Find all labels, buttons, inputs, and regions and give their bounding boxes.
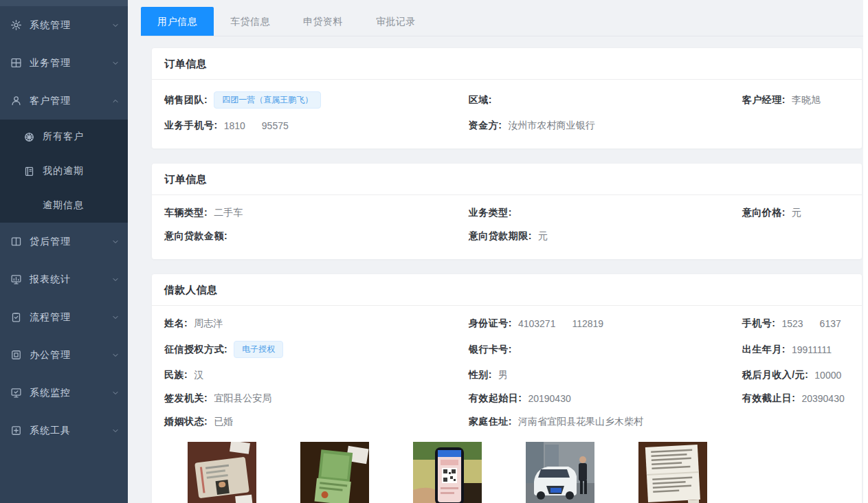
sidebar-item-label: 办公管理 bbox=[30, 349, 111, 361]
tab-car-loan-info[interactable]: 车贷信息 bbox=[214, 7, 287, 36]
detail-tabs: 用户信息 车贷信息 申贷资料 审批记录 bbox=[141, 7, 868, 36]
card-title: 订单信息 bbox=[152, 48, 862, 80]
chevron-up-icon bbox=[111, 97, 120, 105]
field-intent-loan-amount: 意向贷款金额: bbox=[164, 225, 469, 248]
field-marital-status: 婚姻状态: 已婚 bbox=[164, 410, 469, 434]
sidebar-item-label: 系统工具 bbox=[30, 425, 111, 437]
redaction-mask bbox=[245, 121, 262, 131]
toolbox-icon bbox=[10, 425, 22, 436]
field-intent-price: 意向价格: 元 bbox=[742, 201, 848, 225]
sidebar-item-label: 系统管理 bbox=[30, 19, 111, 32]
chevron-down-icon bbox=[111, 238, 120, 246]
field-birth-date: 出生年月: 19911111 bbox=[742, 335, 848, 364]
vertical-scrollbar[interactable] bbox=[863, 0, 868, 503]
clipboard-check-icon bbox=[10, 311, 22, 323]
borrower-info-card: 借款人信息 姓名: 周志洋 身份证号: 4103271 112819 手机号: … bbox=[151, 273, 863, 503]
sidebar-item-system-management[interactable]: 系统管理 bbox=[0, 6, 128, 44]
loan-intent-card: 订单信息 车辆类型: 二手车 业务类型: 意向价格: 元 意向贷款金额: bbox=[151, 163, 863, 260]
field-monthly-income: 税后月收入/元: 10000 bbox=[742, 364, 848, 387]
car-owner-photo[interactable] bbox=[526, 442, 594, 503]
field-valid-from: 有效起始日: 20190430 bbox=[469, 387, 742, 410]
tab-approval-records[interactable]: 审批记录 bbox=[359, 7, 432, 36]
sidebar-item-office-management[interactable]: 办公管理 bbox=[0, 336, 128, 374]
user-icon bbox=[10, 95, 22, 107]
field-vehicle-type: 车辆类型: 二手车 bbox=[164, 201, 469, 225]
notebook-icon bbox=[23, 166, 35, 177]
grid-icon bbox=[10, 57, 22, 69]
field-intent-loan-term: 意向贷款期限: 元 bbox=[469, 225, 742, 248]
sidebar-item-customer-management[interactable]: 客户管理 bbox=[0, 82, 128, 120]
paper-document-photo[interactable] bbox=[638, 442, 707, 503]
tab-user-info[interactable]: 用户信息 bbox=[141, 7, 214, 36]
sidebar: 系统管理 业务管理 客户管理 所有客户 我的逾期 逾期信息 bbox=[0, 0, 128, 503]
order-info-card: 订单信息 销售团队: 四团一营（直属王鹏飞） 区域: 客户经理: 李晓旭 业务手… bbox=[151, 47, 863, 149]
chevron-down-icon bbox=[111, 21, 120, 30]
field-account-manager: 客户经理: 李晓旭 bbox=[742, 86, 848, 114]
sidebar-item-label: 系统监控 bbox=[30, 387, 111, 399]
field-name: 姓名: 周志洋 bbox=[164, 312, 469, 335]
chevron-down-icon bbox=[111, 389, 120, 397]
field-business-type: 业务类型: bbox=[469, 201, 742, 225]
sidebar-item-system-tools[interactable]: 系统工具 bbox=[0, 412, 128, 449]
field-bank-card: 银行卡号: bbox=[469, 335, 742, 364]
chevron-down-icon bbox=[111, 427, 120, 435]
sidebar-item-system-monitor[interactable]: 系统监控 bbox=[0, 374, 128, 412]
customer-management-submenu: 所有客户 我的逾期 逾期信息 bbox=[0, 120, 128, 223]
monitor-check-icon bbox=[10, 387, 22, 399]
sidebar-item-process-management[interactable]: 流程管理 bbox=[0, 298, 128, 336]
field-issuing-authority: 签发机关: 宜阳县公安局 bbox=[164, 387, 469, 410]
sidebar-item-label: 所有客户 bbox=[43, 131, 120, 143]
book-icon bbox=[10, 236, 22, 247]
field-mobile-phone: 手机号: 1523 6137 bbox=[742, 312, 848, 335]
main-content: 用户信息 车贷信息 申贷资料 审批记录 订单信息 销售团队: 四团一营（直属王鹏… bbox=[128, 0, 868, 503]
credit-auth-tag: 电子授权 bbox=[234, 341, 283, 358]
sidebar-item-label: 业务管理 bbox=[30, 57, 111, 69]
chevron-down-icon bbox=[111, 313, 120, 322]
field-business-phone: 业务手机号: 1810 95575 bbox=[164, 114, 469, 137]
sidebar-item-label: 我的逾期 bbox=[43, 165, 120, 177]
field-gender: 性别: 男 bbox=[469, 364, 742, 387]
chevron-down-icon bbox=[111, 276, 120, 284]
sidebar-item-overdue-info[interactable]: 逾期信息 bbox=[0, 188, 128, 223]
chevron-down-icon bbox=[111, 351, 120, 359]
field-id-number: 身份证号: 4103271 112819 bbox=[469, 312, 742, 335]
field-valid-to: 有效截止日: 20390430 bbox=[742, 387, 848, 410]
sidebar-item-business-management[interactable]: 业务管理 bbox=[0, 44, 128, 82]
sidebar-item-label: 客户管理 bbox=[30, 95, 111, 107]
tab-loan-application-docs[interactable]: 申贷资料 bbox=[287, 7, 359, 36]
borrower-photos: 人像面 驾驶证 bbox=[164, 434, 848, 503]
sidebar-top-item-cutoff bbox=[0, 0, 128, 6]
sidebar-item-label: 报表统计 bbox=[30, 273, 111, 286]
sidebar-item-my-overdue[interactable]: 我的逾期 bbox=[0, 154, 128, 188]
id-card-photo[interactable] bbox=[188, 442, 256, 503]
field-ethnicity: 民族: 汉 bbox=[164, 364, 469, 387]
field-home-address: 家庭住址: 河南省宜阳县花果山乡木柴村 bbox=[469, 410, 742, 434]
chevron-down-icon bbox=[111, 59, 120, 67]
sidebar-item-label: 贷后管理 bbox=[30, 236, 111, 248]
sidebar-item-label: 流程管理 bbox=[30, 311, 111, 324]
field-credit-auth-method: 征信授权方式: 电子授权 bbox=[164, 335, 469, 364]
archive-icon bbox=[10, 349, 22, 361]
field-sales-team: 销售团队: 四团一营（直属王鹏飞） bbox=[164, 86, 469, 114]
sidebar-item-label: 逾期信息 bbox=[43, 199, 120, 212]
gear-icon bbox=[10, 19, 22, 31]
field-funder: 资金方: 汝州市农村商业银行 bbox=[469, 114, 742, 137]
green-booklet-photo[interactable] bbox=[300, 442, 369, 503]
wheel-icon bbox=[23, 131, 35, 143]
field-region: 区域: bbox=[469, 86, 742, 114]
redaction-mask bbox=[803, 319, 820, 329]
phone-auth-photo[interactable] bbox=[413, 442, 482, 503]
redaction-mask bbox=[555, 319, 572, 329]
sidebar-item-report-statistics[interactable]: 报表统计 bbox=[0, 260, 128, 298]
card-title: 订单信息 bbox=[152, 164, 862, 195]
sales-team-tag: 四团一营（直属王鹏飞） bbox=[214, 91, 321, 109]
sidebar-item-postloan-management[interactable]: 贷后管理 bbox=[0, 223, 128, 260]
card-title: 借款人信息 bbox=[152, 274, 862, 306]
sidebar-item-all-customers[interactable]: 所有客户 bbox=[0, 120, 128, 154]
monitor-chart-icon bbox=[10, 273, 22, 285]
